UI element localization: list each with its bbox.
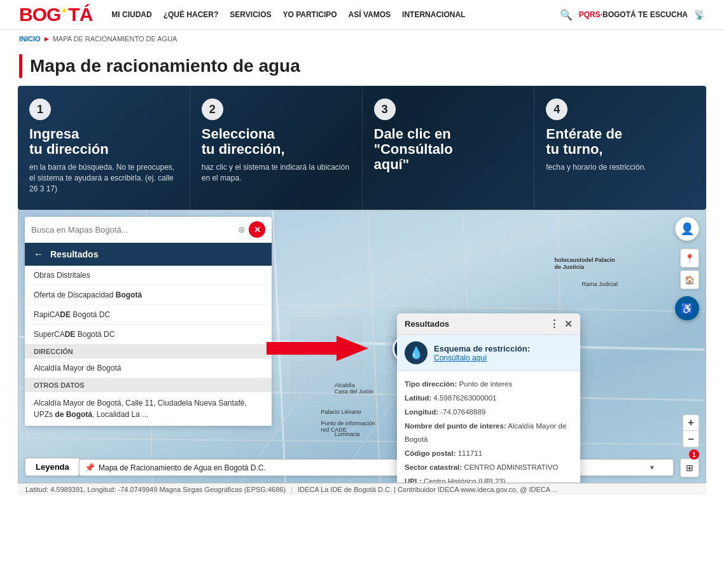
header: BOG ★ TÁ MI CIUDAD ¿QUÉ HACER? SERVICIOS… xyxy=(0,0,724,30)
step-4: 4 Entérate detu turno, fecha y horario d… xyxy=(534,86,706,210)
logo[interactable]: BOG ★ TÁ xyxy=(19,5,92,24)
result-item-supercade[interactable]: SuperCADE Bogotá DC xyxy=(25,325,272,345)
pqrs-text[interactable]: BOGOTÁ TE ESCUCHA xyxy=(602,10,688,19)
logo-text: BOG xyxy=(19,5,60,24)
title-accent-bar xyxy=(19,54,22,78)
instructions-banner: 1 Ingresatu dirección en la barra de bús… xyxy=(18,86,706,210)
result-item-rapicade[interactable]: RapiCADE Bogotá DC xyxy=(25,305,272,325)
step-2-title: Seleccionatu dirección, xyxy=(202,126,351,157)
nav-servicios[interactable]: SERVICIOS xyxy=(230,10,271,19)
step-1: 1 Ingresatu dirección en la barra de bús… xyxy=(18,86,190,210)
popup-scheme-icon: 💧 xyxy=(405,341,428,364)
nav-internacional[interactable]: INTERNACIONAL xyxy=(402,10,465,19)
search-input[interactable] xyxy=(31,225,238,235)
popup-close-btn[interactable]: ✕ xyxy=(564,318,573,330)
popup-latitud: Latitud: 4.59876263000001 xyxy=(405,392,573,406)
popup-header: Resultados ⋮ ✕ xyxy=(397,313,580,335)
pqrs-prefix: PQRS· xyxy=(579,10,602,19)
result-item-alcaldia[interactable]: Alcaldía Mayor de Bogotá xyxy=(25,359,272,378)
logo-star: ★ xyxy=(60,6,68,15)
step-4-number: 4 xyxy=(546,99,567,120)
section-header-direccion: DIRECCIÓN xyxy=(25,345,272,359)
step-3-number: 3 xyxy=(374,99,396,120)
popup-longitud: Longitud: -74.07648889 xyxy=(405,406,573,420)
search-clear-icon[interactable]: ⊗ xyxy=(238,224,246,235)
logo-text-2: TÁ xyxy=(68,5,92,24)
step-3: 3 Dale clic en"Consúltaloaquí" xyxy=(363,86,535,210)
red-arrow xyxy=(267,332,368,364)
step-2-desc: haz clic y el sistema te indicará la ubi… xyxy=(202,162,351,184)
popup-details: Tipo dirección: Punto de interes Latitud… xyxy=(397,371,580,483)
layer-pin-icon: 📌 xyxy=(85,463,95,472)
search-close-btn[interactable]: ✕ xyxy=(249,221,265,238)
map-btn-locate[interactable]: 📍 xyxy=(680,249,699,268)
layer-dropdown-icon: ▼ xyxy=(649,464,655,471)
step-2: 2 Seleccionatu dirección, haz clic y el … xyxy=(190,86,363,210)
step-1-desc: en la barra de búsqueda. No te preocupes… xyxy=(29,162,178,194)
result-item-obras[interactable]: Obras Distritales xyxy=(25,266,272,285)
results-list: Obras Distritales Oferta de Discapacidad… xyxy=(25,266,272,426)
step-1-number: 1 xyxy=(29,99,51,120)
results-back-btn[interactable]: ← xyxy=(34,249,44,260)
svg-rect-12 xyxy=(292,362,361,400)
page-title: Mapa de racionamiento de agua xyxy=(30,56,300,76)
status-sep: | xyxy=(291,486,293,493)
results-title: Resultados xyxy=(50,249,98,259)
search-bar: ⊗ ✕ xyxy=(25,217,272,243)
zoom-in-btn[interactable]: + xyxy=(683,414,699,431)
pqrs-label: PQRS·BOGOTÁ TE ESCUCHA xyxy=(579,10,688,19)
rss-icon[interactable]: 📡 xyxy=(694,10,705,20)
popup-tipo: Tipo dirección: Punto de interes xyxy=(405,378,573,392)
zoom-controls: + − xyxy=(683,414,699,448)
nav-yo-participo[interactable]: YO PARTICIPO xyxy=(282,10,337,19)
water-icon: 💧 xyxy=(409,346,423,360)
popup-scheme-title: Esquema de restricción: xyxy=(434,344,530,353)
breadcrumb-current: MAPA DE RACIONAMIENTO DE AGUA xyxy=(53,35,178,43)
layer-stack-btn[interactable]: ⊞ xyxy=(680,458,699,477)
accessibility-btn[interactable]: ♿ xyxy=(675,296,699,320)
step-1-title: Ingresatu dirección xyxy=(29,126,178,157)
nav-right: 🔍 PQRS·BOGOTÁ TE ESCUCHA 📡 xyxy=(560,9,705,21)
search-panel: ⊗ ✕ ← Resultados Obras Distritales Ofert… xyxy=(25,217,272,426)
result-item-discapacidad[interactable]: Oferta de Discapacidad Bogotá xyxy=(25,285,272,305)
svg-marker-16 xyxy=(267,336,368,361)
step-4-title: Entérate detu turno, xyxy=(546,126,695,157)
breadcrumb-home[interactable]: INICIO xyxy=(19,35,41,43)
nav-mi-ciudad[interactable]: MI CIUDAD xyxy=(111,10,151,19)
result-item-otros[interactable]: Alcaldía Mayor de Bogotá, Calle 11, Ciud… xyxy=(25,392,272,426)
status-bar: Latitud: 4.5989391, Longitud: -74.074994… xyxy=(18,483,706,495)
popup-header-actions: ⋮ ✕ xyxy=(549,318,573,330)
user-avatar-btn[interactable]: 👤 xyxy=(675,217,699,241)
svg-line-6 xyxy=(20,438,705,444)
popup-codigo: Código postal: 111711 xyxy=(405,447,573,461)
popup-upl: UPL: Centro Histórico (UPL23) xyxy=(405,475,573,483)
layer-selector[interactable]: 📌 Mapa de Racionamiento de Agua en Bogot… xyxy=(79,459,674,476)
results-header: ← Resultados xyxy=(25,243,272,266)
status-ideca: IDECA La IDE de Bogotá D.C. | Contribuid… xyxy=(298,486,558,493)
popup-card: Resultados ⋮ ✕ 💧 Esquema de restricción:… xyxy=(397,313,580,483)
map-controls: 📍 🏠 xyxy=(680,249,699,289)
step-2-number: 2 xyxy=(202,99,223,120)
nav-que-hacer[interactable]: ¿QUÉ HACER? xyxy=(164,10,219,19)
layer-badge: 1 xyxy=(689,449,699,460)
zoom-out-btn[interactable]: − xyxy=(683,431,699,448)
step-3-title: Dale clic en"Consúltaloaquí" xyxy=(374,126,523,173)
nav-asi-vamos[interactable]: ASÍ VAMOS xyxy=(349,10,391,19)
popup-sector: Sector catastral: CENTRO ADMINISTRATIVO xyxy=(405,461,573,475)
main-nav: MI CIUDAD ¿QUÉ HACER? SERVICIOS YO PARTI… xyxy=(111,10,540,19)
step-4-desc: fecha y horario de restricción. xyxy=(546,162,695,173)
map-btn-home[interactable]: 🏠 xyxy=(680,270,699,289)
popup-nombre: Nombre del punto de interes: Alcaldía Ma… xyxy=(405,420,573,448)
section-header-otros: OTROS DATOS xyxy=(25,378,272,392)
breadcrumb: INICIO ▶ MAPA DE RACIONAMIENTO DE AGUA xyxy=(0,30,724,48)
popup-scheme: 💧 Esquema de restricción: Consúltalo aqu… xyxy=(397,335,580,371)
popup-scheme-link[interactable]: Consúltalo aquí xyxy=(434,353,530,362)
popup-scheme-text-block: Esquema de restricción: Consúltalo aquí xyxy=(434,344,530,362)
map-container[interactable]: holocaustodel Palaciode Justicia Rama Ju… xyxy=(18,210,706,483)
search-icon[interactable]: 🔍 xyxy=(560,9,573,21)
popup-header-title: Resultados xyxy=(405,319,449,329)
user-icon: 👤 xyxy=(680,222,694,236)
status-coords: Latitud: 4.5989391, Longitud: -74.074994… xyxy=(25,486,286,493)
legend-btn[interactable]: Leyenda xyxy=(25,458,80,476)
popup-dots-btn[interactable]: ⋮ xyxy=(549,318,559,330)
